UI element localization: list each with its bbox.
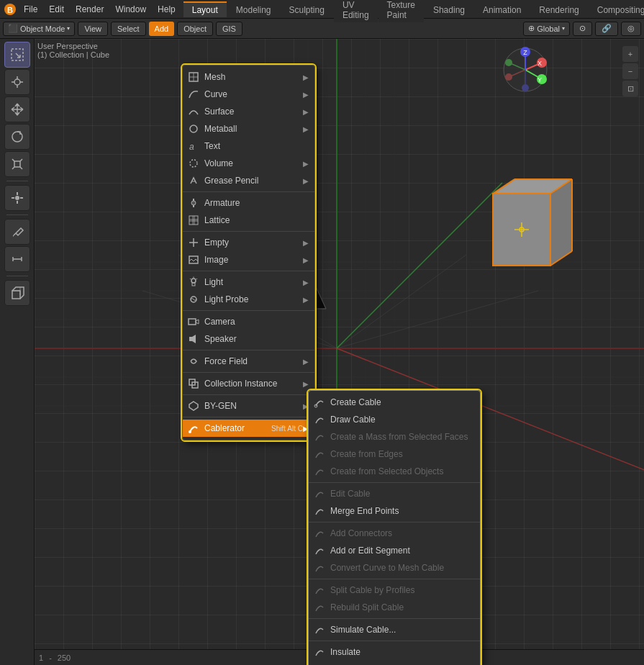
measure-tool-btn[interactable]	[4, 246, 30, 272]
pivot-btn[interactable]: ⊙	[573, 22, 592, 36]
merge-end-points-icon	[313, 505, 326, 517]
menu-item-empty[interactable]: Empty ▶	[183, 234, 314, 251]
transform-tool-btn[interactable]	[4, 185, 30, 211]
submenu-create-cable-label: Create Cable	[330, 397, 474, 407]
volume-icon	[187, 157, 200, 170]
split-cable-profiles-icon	[313, 584, 326, 597]
gis-menu-btn[interactable]: GIS	[216, 22, 242, 36]
menu-item-light[interactable]: Light ▶	[183, 273, 314, 291]
menu-item-image[interactable]: Image ▶	[183, 251, 314, 268]
force-field-icon	[187, 355, 200, 368]
by-gen-icon	[187, 399, 200, 412]
move-tool-btn[interactable]	[4, 96, 30, 122]
annotate-tool-btn[interactable]	[4, 219, 30, 245]
submenu-edit-cable-label: Edit Cable	[330, 489, 474, 499]
transform-selector[interactable]: ⊕ Global ▾	[523, 22, 570, 36]
menu-item-speaker[interactable]: Speaker	[183, 330, 314, 348]
submenu-add-edit-segment[interactable]: Add or Edit Segment	[309, 542, 480, 559]
menu-item-grease-pencil-label: Grease Pencil	[204, 176, 303, 186]
lattice-icon	[187, 214, 200, 227]
proportional-btn[interactable]: ◎	[621, 22, 641, 36]
menu-item-text[interactable]: a Text	[183, 137, 314, 155]
menu-item-collection-instance[interactable]: Collection Instance ▶	[183, 375, 314, 392]
menu-item-volume[interactable]: Volume ▶	[183, 155, 314, 172]
menu-sep-8	[183, 417, 314, 417]
zoom-out-btn[interactable]: −	[622, 63, 638, 79]
grease-pencil-arrow-icon: ▶	[303, 177, 309, 185]
select-menu-btn[interactable]: Select	[111, 22, 146, 36]
tab-sculpting[interactable]: Sculpting	[281, 1, 333, 17]
menu-item-curve[interactable]: Curve ▶	[183, 86, 314, 103]
menu-item-lattice[interactable]: Lattice	[183, 212, 314, 229]
blender-logo-icon[interactable]: B	[3, 2, 17, 17]
menu-item-camera[interactable]: Camera	[183, 313, 314, 330]
menu-item-by-gen[interactable]: BY-GEN ▶	[183, 397, 314, 415]
menu-item-metaball[interactable]: Metaball ▶	[183, 120, 314, 137]
window-menu[interactable]: Window	[110, 3, 151, 16]
cablerator-icon	[187, 422, 200, 435]
svg-point-98	[189, 430, 191, 433]
tab-texture-paint[interactable]: Texture Paint	[378, 0, 424, 22]
svg-point-70	[522, 84, 529, 91]
view-menu-btn[interactable]: View	[78, 22, 108, 36]
submenu-rebuild-split-cable-label: Rebuild Split Cable	[330, 602, 474, 612]
add-cube-tool-btn[interactable]	[4, 280, 30, 306]
submenu-simulate-cable-label: Simulate Cable...	[330, 625, 474, 635]
submenu-sep-5	[309, 641, 480, 641]
submenu-rebuild-split-cable: Rebuild Split Cable	[309, 599, 480, 616]
tab-rendering[interactable]: Rendering	[530, 1, 587, 17]
tab-modeling[interactable]: Modeling	[227, 1, 280, 17]
svg-point-78	[191, 201, 196, 205]
submenu-insulate[interactable]: Insulate	[309, 643, 480, 661]
tab-uv-editing[interactable]: UV Editing	[334, 0, 378, 22]
menu-item-light-probe[interactable]: Light Probe ▶	[183, 291, 314, 308]
create-cable-icon	[313, 396, 326, 409]
submenu-create-cable[interactable]: Create Cable	[309, 394, 480, 411]
submenu-merge-end-points[interactable]: Merge End Points	[309, 502, 480, 520]
zoom-fit-btn[interactable]: ⊡	[622, 81, 638, 96]
cursor-tool-btn[interactable]	[4, 69, 30, 95]
menu-item-armature[interactable]: Armature	[183, 194, 314, 212]
menu-item-light-probe-label: Light Probe	[204, 294, 303, 304]
main-area: User Perspective (1) Collection | Cube	[0, 39, 644, 665]
help-menu[interactable]: Help	[153, 3, 181, 16]
file-menu[interactable]: File	[19, 3, 42, 16]
viewport[interactable]: User Perspective (1) Collection | Cube	[35, 39, 644, 665]
tab-compositing[interactable]: Compositing	[589, 1, 644, 17]
menu-item-camera-label: Camera	[204, 317, 309, 327]
rotate-tool-btn[interactable]	[4, 124, 30, 150]
edit-menu[interactable]: Edit	[44, 3, 69, 16]
menu-item-light-label: Light	[204, 277, 303, 287]
submenu-create-mass: Create a Mass from Selected Faces	[309, 428, 480, 445]
navigation-gizmo[interactable]: X Y Z	[500, 45, 550, 95]
menu-item-speaker-label: Speaker	[204, 334, 309, 344]
menu-item-surface[interactable]: Surface ▶	[183, 103, 314, 120]
camera-icon	[187, 315, 200, 328]
light-icon	[187, 276, 200, 289]
mesh-icon	[187, 71, 200, 83]
mode-selector[interactable]: ⬛ Object Mode ▾	[3, 22, 75, 36]
menu-item-mesh[interactable]: Mesh ▶	[183, 68, 314, 86]
cablerator-submenu: Create Cable Draw Cable Create a Mass fr…	[308, 390, 481, 665]
cube-object	[471, 172, 586, 304]
snap-btn[interactable]: 🔗	[595, 22, 618, 36]
scale-tool-btn[interactable]	[4, 151, 30, 177]
object-menu-btn[interactable]: Object	[177, 22, 213, 36]
submenu-draw-cable[interactable]: Draw Cable	[309, 411, 480, 428]
tab-animation[interactable]: Animation	[474, 1, 530, 17]
submenu-simulate-cable[interactable]: Simulate Cable...	[309, 621, 480, 638]
collection-instance-icon	[187, 377, 200, 390]
select-box-tool-btn[interactable]	[4, 42, 30, 68]
menu-item-cablerator[interactable]: Cablerator Shift Alt C ▶	[183, 420, 314, 437]
menu-item-grease-pencil[interactable]: Grease Pencil ▶	[183, 172, 314, 189]
collection-label: (1) Collection | Cube	[37, 50, 109, 59]
menu-sep-6	[183, 372, 314, 373]
menu-item-force-field[interactable]: Force Field ▶	[183, 353, 314, 370]
render-menu[interactable]: Render	[71, 3, 109, 16]
zoom-in-btn[interactable]: +	[622, 46, 638, 62]
transform-label: Global	[537, 24, 560, 33]
add-menu-btn[interactable]: Add	[149, 22, 175, 36]
submenu-rope[interactable]: Rope	[309, 661, 480, 665]
tab-layout[interactable]: Layout	[183, 1, 227, 17]
tab-shading[interactable]: Shading	[425, 1, 473, 17]
